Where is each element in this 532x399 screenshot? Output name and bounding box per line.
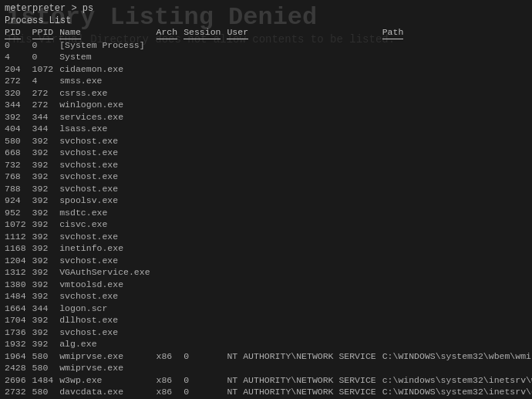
table-cell: winlogon.exe [59, 99, 156, 111]
table-cell [227, 87, 382, 100]
table-row: 1072392cisvc.exe [5, 218, 532, 231]
table-cell [157, 218, 184, 231]
table-cell [157, 279, 184, 291]
table-row: 768392svchost.exe [5, 171, 532, 183]
table-cell [382, 159, 532, 171]
table-cell [382, 39, 532, 52]
table-header-row: PID PPID Name Arch Session User Path [5, 26, 532, 39]
table-cell: 392 [32, 194, 60, 207]
table-cell [227, 39, 382, 52]
table-cell [184, 242, 227, 255]
table-row: 952392msdtc.exe [5, 207, 532, 219]
table-cell [227, 75, 382, 87]
table-cell: w3wp.exe [59, 374, 156, 387]
table-cell: 580 [32, 362, 60, 374]
table-cell [157, 51, 184, 63]
table-cell [382, 123, 532, 135]
table-cell [157, 111, 184, 123]
table-cell: 1072 [32, 63, 60, 76]
table-cell [227, 207, 382, 219]
process-table: PID PPID Name Arch Session User Path 00[… [5, 26, 532, 399]
table-cell: 1112 [5, 231, 32, 243]
table-cell: svchost.exe [59, 255, 156, 267]
table-row: 392344services.exe [5, 111, 532, 123]
table-cell [227, 63, 382, 76]
table-cell: 952 [5, 207, 32, 219]
table-cell: 392 [32, 171, 60, 183]
terminal: meterpreter > ps Process List PID PPID N… [0, 0, 532, 399]
table-cell [382, 242, 532, 255]
table-cell [184, 123, 227, 135]
table-row: 580392svchost.exe [5, 135, 532, 147]
table-cell [184, 147, 227, 159]
table-row: 00[System Process] [5, 39, 532, 52]
table-cell: 392 [32, 159, 60, 171]
table-cell: 0 [184, 386, 227, 398]
table-cell [184, 326, 227, 339]
table-cell: 0 [184, 350, 227, 363]
table-cell: logon.scr [59, 303, 156, 315]
table-cell: 1380 [5, 279, 32, 291]
table-cell [184, 255, 227, 267]
table-cell [157, 135, 184, 147]
table-cell: 1072 [5, 218, 32, 231]
table-cell [382, 135, 532, 147]
table-cell [157, 183, 184, 195]
table-cell: smss.exe [59, 75, 156, 87]
table-row: 924392spoolsv.exe [5, 194, 532, 207]
table-row: 40System [5, 51, 532, 63]
table-cell: alg.exe [59, 338, 156, 350]
table-cell [157, 255, 184, 267]
table-cell: lsass.exe [59, 123, 156, 135]
prompt-ps: meterpreter > ps [5, 3, 527, 14]
table-cell [227, 218, 382, 231]
table-cell [157, 207, 184, 219]
table-row: 404344lsass.exe [5, 123, 532, 135]
table-cell [227, 159, 382, 171]
table-cell [157, 171, 184, 183]
table-cell: davcdata.exe [59, 386, 156, 398]
table-cell [184, 99, 227, 111]
table-row: 2041072cidaemon.exe [5, 63, 532, 76]
table-cell [382, 99, 532, 111]
table-cell [227, 303, 382, 315]
table-cell [157, 63, 184, 76]
table-cell: inetinfo.exe [59, 242, 156, 255]
table-cell: [System Process] [59, 39, 156, 52]
table-cell: 392 [32, 338, 60, 350]
table-cell: C:\WINDOWS\system32\inetsrv\davcdata.exe [382, 386, 532, 398]
th-ppid: PPID [32, 26, 60, 39]
table-cell: 732 [5, 159, 32, 171]
table-cell: NT AUTHORITY\NETWORK SERVICE [227, 374, 382, 387]
table-row: 1380392vmtoolsd.exe [5, 279, 532, 291]
table-cell [382, 255, 532, 267]
table-cell: 392 [32, 218, 60, 231]
table-cell [184, 63, 227, 76]
table-cell [382, 266, 532, 279]
table-cell [157, 99, 184, 111]
table-cell [157, 87, 184, 100]
table-cell: svchost.exe [59, 326, 156, 339]
table-cell: 924 [5, 194, 32, 207]
table-cell: cisvc.exe [59, 218, 156, 231]
table-cell [382, 147, 532, 159]
table-cell [227, 51, 382, 63]
table-cell: 392 [32, 207, 60, 219]
table-row: 1964580wmiprvse.exex860NT AUTHORITY\NETW… [5, 350, 532, 363]
table-cell [227, 183, 382, 195]
table-cell: C:\WINDOWS\system32\wbem\wmiprvse.exe [382, 350, 532, 363]
table-cell [184, 194, 227, 207]
table-cell [382, 183, 532, 195]
table-cell: 2696 [5, 374, 32, 387]
table-cell: svchost.exe [59, 231, 156, 243]
table-cell [157, 242, 184, 255]
table-cell: 1484 [32, 374, 60, 387]
table-cell: 392 [32, 135, 60, 147]
table-cell: svchost.exe [59, 147, 156, 159]
table-cell [382, 75, 532, 87]
table-cell: 392 [32, 279, 60, 291]
table-row: 2724smss.exe [5, 75, 532, 87]
th-path: Path [382, 26, 532, 39]
table-row: 732392svchost.exe [5, 159, 532, 171]
table-cell: 1704 [5, 314, 32, 326]
